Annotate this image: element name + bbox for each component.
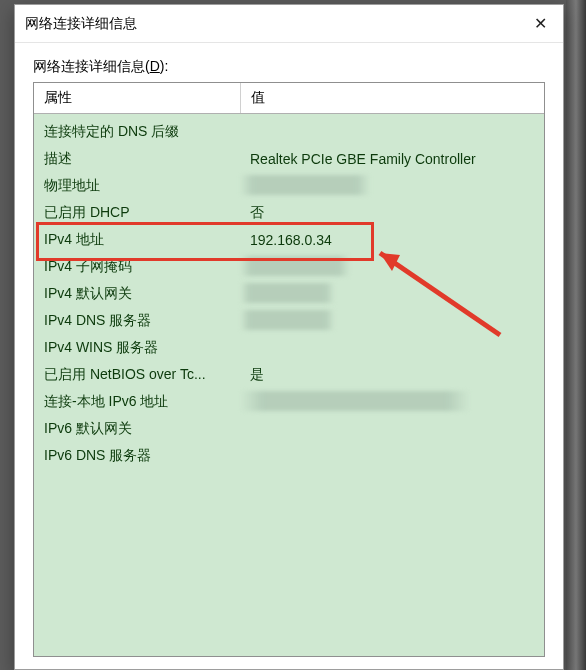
table-row[interactable]: 已启用 DHCP 否 [34,199,544,226]
prop-cell: IPv4 子网掩码 [34,258,240,276]
table-row[interactable]: 连接-本地 IPv6 地址 [34,388,544,415]
prop-cell: 连接特定的 DNS 后缀 [34,123,240,141]
prop-cell: IPv4 默认网关 [34,285,240,303]
table-row[interactable]: IPv4 地址 192.168.0.34 [34,226,544,253]
details-list-label: 网络连接详细信息(D): [33,58,545,76]
redaction-blur [240,310,335,330]
details-grid[interactable]: 属性 值 连接特定的 DNS 后缀 描述 Realtek PCIe GBE Fa… [33,82,545,657]
redaction-blur [240,175,370,195]
val-cell: Realtek PCIe GBE Family Controller [240,151,544,167]
table-row[interactable]: 描述 Realtek PCIe GBE Family Controller [34,145,544,172]
prop-cell: 已启用 NetBIOS over Tc... [34,366,240,384]
column-header-property[interactable]: 属性 [34,83,241,113]
table-row[interactable]: IPv4 默认网关 [34,280,544,307]
table-row[interactable]: IPv4 WINS 服务器 [34,334,544,361]
client-area: 网络连接详细信息(D): 属性 值 连接特定的 DNS 后缀 描述 Realte… [15,43,563,669]
close-icon: ✕ [534,14,547,33]
window-title: 网络连接详细信息 [25,15,137,33]
titlebar: 网络连接详细信息 ✕ [15,5,563,43]
backdrop [566,0,586,670]
redaction-blur [240,283,335,303]
prop-cell: IPv6 默认网关 [34,420,240,438]
table-row[interactable]: IPv4 子网掩码 [34,253,544,280]
table-row[interactable]: IPv6 DNS 服务器 [34,442,544,469]
table-row[interactable]: 已启用 NetBIOS over Tc... 是 [34,361,544,388]
prop-cell: 已启用 DHCP [34,204,240,222]
val-cell: 192.168.0.34 [240,232,544,248]
prop-cell: 描述 [34,150,240,168]
redaction-blur [240,256,350,276]
prop-cell: IPv4 WINS 服务器 [34,339,240,357]
table-row[interactable]: 物理地址 [34,172,544,199]
column-header-value[interactable]: 值 [241,83,544,113]
redaction-blur [240,391,470,411]
close-button[interactable]: ✕ [517,5,563,42]
prop-cell: IPv6 DNS 服务器 [34,447,240,465]
table-row[interactable]: IPv6 默认网关 [34,415,544,442]
prop-cell: 连接-本地 IPv6 地址 [34,393,240,411]
label-suffix: ): [160,58,169,74]
val-cell: 否 [240,204,544,222]
label-hotkey: D [150,58,160,74]
grid-header: 属性 值 [34,83,544,114]
prop-cell: IPv4 地址 [34,231,240,249]
prop-cell: IPv4 DNS 服务器 [34,312,240,330]
table-row[interactable]: IPv4 DNS 服务器 [34,307,544,334]
grid-body: 连接特定的 DNS 后缀 描述 Realtek PCIe GBE Family … [34,114,544,469]
label-prefix: 网络连接详细信息( [33,58,150,74]
network-details-window: 网络连接详细信息 ✕ 网络连接详细信息(D): 属性 值 连接特定的 DNS 后… [14,4,564,670]
val-cell: 是 [240,366,544,384]
table-row[interactable]: 连接特定的 DNS 后缀 [34,118,544,145]
prop-cell: 物理地址 [34,177,240,195]
